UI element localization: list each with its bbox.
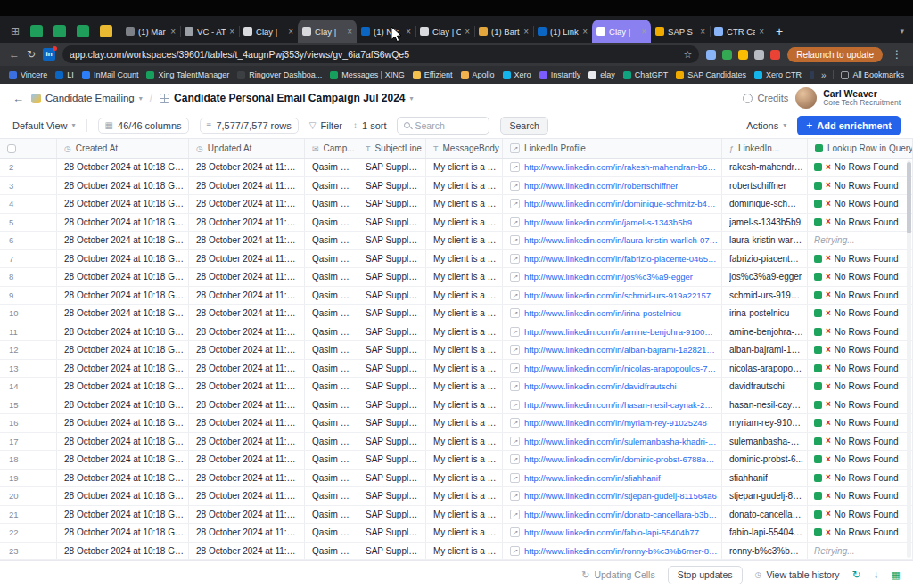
cell-updated-at[interactable]: 28 October 2024 at 11:36 GMT xyxy=(189,470,305,487)
cell-campaign[interactable]: Qasim Mc... xyxy=(305,250,358,268)
cell-subjectline[interactable]: SAP Supply Chai... xyxy=(358,177,426,195)
tab-close-icon[interactable]: × xyxy=(700,27,705,37)
cell-messagebody[interactable]: My client is a well ... xyxy=(426,506,503,524)
row-number[interactable]: 17 xyxy=(0,433,57,451)
tab-search-icon[interactable]: ⊞ xyxy=(5,20,25,43)
cell-linkedin-profile[interactable]: http://www.linkedin.com/in/dominic-probs… xyxy=(503,451,722,469)
cell-messagebody[interactable]: My client is a well ... xyxy=(426,323,503,341)
cell-campaign[interactable]: Qasim Mc... xyxy=(305,323,358,341)
table-grid-icon[interactable]: ▦ xyxy=(892,569,901,581)
cell-messagebody[interactable]: My client is a well ... xyxy=(426,214,503,232)
cell-lookup-row[interactable]: ×No Rows Found xyxy=(808,287,913,305)
cell-updated-at[interactable]: 28 October 2024 at 11:36 GMT xyxy=(189,159,305,176)
view-table-history-button[interactable]: ◷ View table history xyxy=(755,569,840,580)
cell-linkedin-profile[interactable]: http://www.linkedin.com/in/alban-bajrami… xyxy=(503,341,722,359)
row-number[interactable]: 8 xyxy=(0,268,57,286)
extension-icon[interactable] xyxy=(738,50,748,60)
tab-close-icon[interactable]: × xyxy=(288,27,293,37)
bookmark-item[interactable]: ChatGPT xyxy=(623,70,669,79)
cell-lookup-row[interactable]: ×No Rows Found xyxy=(808,268,913,286)
cell-created-at[interactable]: 28 October 2024 at 10:18 GMT xyxy=(57,341,189,359)
cell-lookup-row[interactable]: Retrying... xyxy=(808,232,913,249)
search-button[interactable]: Search xyxy=(500,117,547,135)
vertical-scrollbar[interactable] xyxy=(907,160,911,558)
cell-linkedin-profile[interactable]: http://www.linkedin.com/in/dominique-sch… xyxy=(503,195,722,213)
breadcrumb-table[interactable]: Candidate Personal Email Campaign Jul 20… xyxy=(160,92,413,104)
table-row[interactable]: 4 28 October 2024 at 10:18 GMT 28 Octobe… xyxy=(0,195,913,214)
row-number[interactable]: 15 xyxy=(0,396,57,414)
cell-lookup-row[interactable]: ×No Rows Found xyxy=(808,524,913,542)
tab-close-icon[interactable]: × xyxy=(170,27,176,37)
cell-linkedin-profile[interactable]: http://www.linkedin.com/in/irina-posteln… xyxy=(503,305,722,323)
filter-button[interactable]: ▽ Filter xyxy=(309,120,342,131)
cell-linkedin-slug[interactable]: dominique-schmit... xyxy=(722,195,808,213)
bookmark-item[interactable]: Xing TalentManager xyxy=(146,70,229,79)
cell-linkedin-slug[interactable]: dominic-probst-6... xyxy=(722,451,808,469)
cell-messagebody[interactable]: My client is a well ... xyxy=(426,524,503,542)
table-row[interactable]: 14 28 October 2024 at 10:18 GMT 28 Octob… xyxy=(0,378,913,396)
cell-lookup-row[interactable]: ×No Rows Found xyxy=(808,177,913,195)
cell-subjectline[interactable]: SAP Supply Chai... xyxy=(358,232,426,249)
cell-updated-at[interactable]: 28 October 2024 at 11:36 GMT xyxy=(189,323,305,341)
cell-linkedin-profile[interactable]: http://www.linkedin.com/in/sfiahhanif xyxy=(503,470,722,487)
columns-button[interactable]: ▦ 46/46 columns xyxy=(98,118,189,134)
cell-subjectline[interactable]: SAP Supply Chai... xyxy=(358,378,426,396)
download-icon[interactable]: ↓ xyxy=(874,568,879,581)
actions-button[interactable]: Actions ▾ xyxy=(746,120,786,131)
browser-tab[interactable]: Clay | C× xyxy=(415,20,474,43)
row-number[interactable]: 20 xyxy=(0,487,57,505)
table-row[interactable]: 18 28 October 2024 at 10:18 GMT 28 Octob… xyxy=(0,451,913,470)
search-input[interactable] xyxy=(397,117,489,135)
cell-updated-at[interactable]: 28 October 2024 at 11:36 GMT xyxy=(189,487,305,505)
cell-created-at[interactable]: 28 October 2024 at 10:18 GMT xyxy=(57,524,189,542)
cell-messagebody[interactable]: My client is a well ... xyxy=(426,268,503,286)
browser-tab[interactable]: Clay |× xyxy=(239,20,298,43)
cell-subjectline[interactable]: SAP Supply Chai... xyxy=(358,543,426,560)
row-number[interactable]: 13 xyxy=(0,360,57,378)
cell-linkedin-profile[interactable]: http://www.linkedin.com/in/robertschiffn… xyxy=(503,177,722,195)
cell-messagebody[interactable]: My client is a well ... xyxy=(426,159,503,176)
extension-icon[interactable] xyxy=(722,50,732,60)
row-number[interactable]: 12 xyxy=(0,341,57,359)
cell-linkedin-profile[interactable]: http://www.linkedin.com/in/fabio-lapi-55… xyxy=(503,524,722,542)
cell-linkedin-slug[interactable]: myriam-rey-9102... xyxy=(722,414,808,432)
tab-close-icon[interactable]: × xyxy=(406,27,411,37)
cell-linkedin-slug[interactable]: jamel-s-1343b5b9 xyxy=(722,214,808,232)
all-bookmarks-button[interactable]: All Bookmarks xyxy=(833,70,904,79)
cell-linkedin-slug[interactable]: fabrizio-piacente-... xyxy=(722,250,808,268)
table-row[interactable]: 2 28 October 2024 at 10:18 GMT 28 Octobe… xyxy=(0,159,913,177)
cell-subjectline[interactable]: SAP Supply Chai... xyxy=(358,305,426,323)
row-number[interactable]: 14 xyxy=(0,378,57,396)
tab-close-icon[interactable]: × xyxy=(465,27,470,37)
cell-subjectline[interactable]: SAP Supply Chai... xyxy=(358,451,426,469)
cell-linkedin-profile[interactable]: http://www.linkedin.com/in/schmid-urs-91… xyxy=(503,287,722,305)
cell-updated-at[interactable]: 28 October 2024 at 11:35 GMT xyxy=(189,543,305,560)
cell-messagebody[interactable]: My client is a well ... xyxy=(426,451,503,469)
table-row[interactable]: 5 28 October 2024 at 10:18 GMT 28 Octobe… xyxy=(0,214,913,233)
cell-created-at[interactable]: 28 October 2024 at 10:18 GMT xyxy=(57,470,189,487)
bookmark-item[interactable]: Xero xyxy=(503,70,531,79)
cell-subjectline[interactable]: SAP Supply Chai... xyxy=(358,360,426,378)
row-number[interactable]: 19 xyxy=(0,470,57,487)
cell-created-at[interactable]: 28 October 2024 at 10:18 GMT xyxy=(57,451,189,469)
row-number[interactable]: 18 xyxy=(0,451,57,469)
column-header-linkedin-slug[interactable]: ƒLinkedIn... xyxy=(722,139,808,158)
cell-lookup-row[interactable]: ×No Rows Found xyxy=(808,506,913,524)
credits-button[interactable]: Credits xyxy=(743,93,788,103)
table-row[interactable]: 17 28 October 2024 at 10:18 GMT 28 Octob… xyxy=(0,433,913,452)
cell-linkedin-profile[interactable]: http://www.linkedin.com/in/stjepan-gudel… xyxy=(503,487,722,505)
row-number[interactable]: 10 xyxy=(0,305,57,323)
rows-button[interactable]: ≡ 7,577/7,577 rows xyxy=(200,118,299,134)
cell-linkedin-slug[interactable]: robertschiffner xyxy=(722,177,808,195)
cell-messagebody[interactable]: My client is a well ... xyxy=(426,487,503,505)
table-row[interactable]: 19 28 October 2024 at 10:18 GMT 28 Octob… xyxy=(0,470,913,488)
cell-linkedin-slug[interactable]: schmid-urs-919a2... xyxy=(722,287,808,305)
browser-tab[interactable]: VC - AT× xyxy=(180,20,239,43)
bookmark-item[interactable]: Ringover Dashboa... xyxy=(237,70,322,79)
column-header-lookup-row[interactable]: Lookup Row in QueryCa... xyxy=(808,139,913,158)
cell-linkedin-profile[interactable]: http://www.linkedin.com/in/donato-cancel… xyxy=(503,506,722,524)
cell-created-at[interactable]: 28 October 2024 at 10:18 GMT xyxy=(57,177,189,195)
scrollbar-thumb[interactable] xyxy=(907,162,911,233)
row-number[interactable]: 3 xyxy=(0,177,57,195)
cell-linkedin-slug[interactable]: sfiahhanif xyxy=(722,470,808,487)
